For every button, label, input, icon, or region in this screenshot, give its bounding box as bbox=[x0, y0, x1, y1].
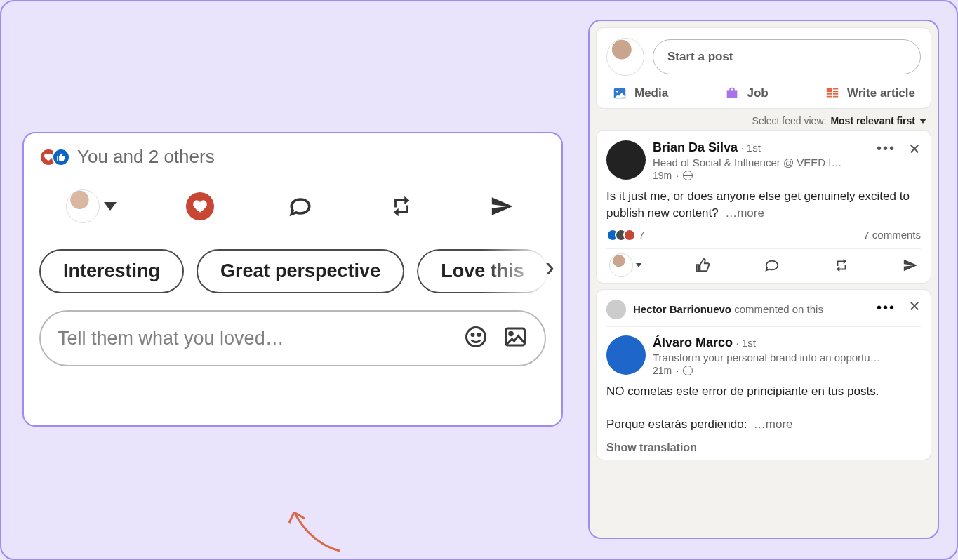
love-icon bbox=[186, 192, 214, 220]
media-label: Media bbox=[634, 86, 668, 100]
chevron-down-icon bbox=[104, 202, 117, 211]
see-more-link[interactable]: …more bbox=[725, 206, 764, 220]
image-icon[interactable] bbox=[503, 324, 528, 352]
annotation-arrow bbox=[270, 502, 354, 558]
reactions-text: You and 2 others bbox=[77, 146, 215, 168]
identity-dropdown[interactable] bbox=[609, 253, 641, 277]
repost-button[interactable] bbox=[384, 189, 419, 224]
job-label: Job bbox=[747, 86, 768, 100]
post-stats: 7 7 comments bbox=[606, 229, 921, 241]
commenter-name[interactable]: Hector Barrionuevo bbox=[633, 303, 731, 315]
comment-button[interactable] bbox=[764, 258, 780, 273]
more-menu-button[interactable]: ••• bbox=[877, 300, 896, 316]
feed-filter[interactable]: Select feed view: Most relevant first bbox=[590, 115, 938, 131]
svg-point-0 bbox=[467, 328, 486, 347]
svg-point-4 bbox=[510, 332, 513, 335]
connection-degree: 1st bbox=[747, 142, 761, 154]
avatar[interactable] bbox=[606, 38, 644, 76]
post-body: NO cometas este error de principiante en… bbox=[606, 383, 921, 433]
suggestion-row: Interesting Great perspective Love this … bbox=[24, 231, 561, 293]
send-button[interactable] bbox=[484, 189, 519, 224]
feed-panel: Start a post Media Job Write article bbox=[588, 20, 939, 539]
avatar bbox=[66, 189, 100, 223]
chevron-down-icon bbox=[919, 119, 926, 124]
connection-degree: 1st bbox=[742, 337, 756, 349]
post-card: Hector Barrionuevo commented on this •••… bbox=[597, 290, 931, 460]
compose-placeholder: Tell them what you loved… bbox=[58, 328, 449, 349]
chevron-right-icon[interactable]: › bbox=[545, 251, 554, 283]
avatar bbox=[609, 253, 633, 277]
reaction-icons bbox=[39, 148, 70, 166]
avatar[interactable] bbox=[606, 140, 646, 180]
commented-text: commented on this bbox=[734, 303, 823, 315]
job-icon bbox=[724, 86, 740, 101]
repost-button[interactable] bbox=[834, 258, 849, 273]
post-byline: Transform your personal brand into an op… bbox=[653, 352, 881, 364]
suggestion-chip[interactable]: Love this bbox=[417, 249, 548, 293]
post-header: Álvaro Marco · 1st Transform your person… bbox=[606, 335, 921, 376]
globe-icon bbox=[683, 366, 693, 375]
svg-point-1 bbox=[472, 334, 474, 336]
post-author[interactable]: Brian Da Silva bbox=[653, 140, 738, 154]
love-icon bbox=[623, 229, 636, 241]
article-icon bbox=[825, 86, 840, 101]
engagement-panel: You and 2 others Interesting Great persp… bbox=[22, 132, 563, 427]
dismiss-button[interactable] bbox=[908, 140, 921, 156]
see-more-link[interactable]: …more bbox=[754, 418, 793, 431]
post-timestamp: 21m · bbox=[653, 365, 881, 376]
like-button[interactable] bbox=[696, 258, 711, 273]
start-post-button[interactable]: Start a post bbox=[653, 39, 921, 74]
feed-filter-value: Most relevant first bbox=[830, 115, 915, 126]
svg-point-2 bbox=[478, 334, 480, 336]
article-label: Write article bbox=[847, 86, 915, 100]
post-actions bbox=[606, 248, 921, 277]
suggestion-chip[interactable]: Great perspective bbox=[197, 249, 404, 293]
media-icon bbox=[612, 86, 627, 101]
feed-filter-label: Select feed view: bbox=[752, 115, 827, 126]
reactions-summary[interactable]: You and 2 others bbox=[24, 146, 561, 168]
reactions-count[interactable]: 7 bbox=[606, 229, 644, 241]
start-post-label: Start a post bbox=[667, 50, 733, 64]
suggestion-chip[interactable]: Interesting bbox=[39, 249, 184, 293]
dismiss-button[interactable] bbox=[908, 300, 921, 316]
job-button[interactable]: Job bbox=[724, 86, 768, 101]
post-header: Brian Da Silva · 1st Head of Social & In… bbox=[606, 140, 921, 181]
like-icon bbox=[52, 148, 70, 166]
chevron-down-icon bbox=[636, 263, 641, 267]
love-button[interactable] bbox=[182, 189, 218, 224]
action-row bbox=[24, 168, 561, 231]
show-translation-link[interactable]: Show translation bbox=[606, 441, 921, 454]
more-menu-button[interactable]: ••• bbox=[877, 140, 896, 156]
post-author[interactable]: Álvaro Marco bbox=[653, 335, 733, 349]
post-body: Is it just me, or does anyone else get g… bbox=[606, 188, 921, 222]
globe-icon bbox=[683, 171, 693, 180]
post-card: Brian Da Silva · 1st Head of Social & In… bbox=[597, 131, 931, 283]
comment-button[interactable] bbox=[283, 189, 318, 224]
comment-compose[interactable]: Tell them what you loved… bbox=[39, 310, 546, 366]
avatar[interactable] bbox=[606, 335, 646, 375]
post-timestamp: 19m · bbox=[653, 170, 842, 181]
composer-card: Start a post Media Job Write article bbox=[597, 28, 931, 108]
svg-point-6 bbox=[616, 91, 618, 93]
avatar[interactable] bbox=[606, 300, 626, 319]
comments-link[interactable]: 7 comments bbox=[863, 229, 921, 241]
write-article-button[interactable]: Write article bbox=[825, 86, 915, 101]
media-button[interactable]: Media bbox=[612, 86, 668, 101]
commented-bar: Hector Barrionuevo commented on this ••• bbox=[606, 300, 921, 327]
emoji-icon[interactable] bbox=[463, 324, 488, 352]
comment-identity-dropdown[interactable] bbox=[66, 189, 117, 223]
send-button[interactable] bbox=[903, 258, 918, 273]
post-byline: Head of Social & Influencer @ VEED.I… bbox=[653, 156, 842, 168]
divider bbox=[601, 121, 743, 121]
